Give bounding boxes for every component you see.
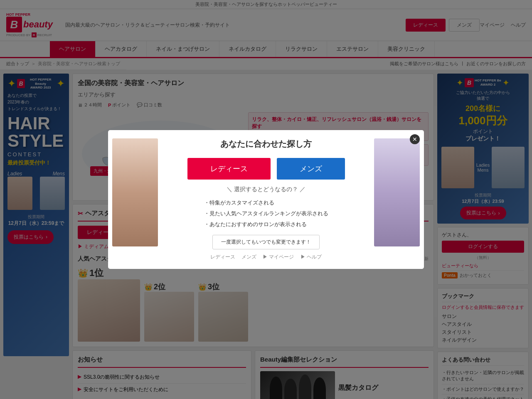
- modal-man-bg: [374, 138, 420, 246]
- modal-footer-help[interactable]: ▶ ヘルプ: [300, 254, 322, 261]
- woman-silhouette: [112, 138, 158, 246]
- modal-content: あなたに合わせた探し方 レディース メンズ ＼ 選択するとどうなるの？ ／ ・特…: [162, 138, 370, 261]
- modal-footer-links: レディース メンズ ▶ マイページ ▶ ヘルプ: [210, 254, 322, 261]
- modal-gender-buttons: レディース メンズ: [187, 158, 345, 180]
- modal-footer-mens[interactable]: メンズ: [241, 254, 256, 261]
- modal-footer-ladies[interactable]: レディース: [210, 254, 235, 261]
- modal-close-button[interactable]: ✕: [410, 134, 420, 144]
- benefit-2: ・見たい人気ヘアスタイルランキングが表示される: [204, 208, 328, 219]
- modal-footer-mypage[interactable]: ▶ マイページ: [263, 254, 294, 261]
- modal-woman-bg: [112, 138, 158, 246]
- modal-mens-button[interactable]: メンズ: [277, 158, 345, 180]
- benefit-3: ・あなたにおすすめのサロンが表示される: [204, 219, 328, 230]
- modal-dialog: ✕ あなたに合わせた探し方 レディース メンズ ＼ 選択するとどうなるの？ ／ …: [108, 130, 424, 269]
- modal-title: あなたに合わせた探し方: [220, 138, 312, 150]
- modal-ladies-button[interactable]: レディース: [187, 158, 271, 180]
- modal-question: ＼ 選択するとどうなるの？ ／: [227, 186, 305, 193]
- modal-benefits: ・特集がカスタマイズされる ・見たい人気ヘアスタイルランキングが表示される ・あ…: [204, 197, 328, 230]
- modal-overlay[interactable]: ✕ あなたに合わせた探し方 レディース メンズ ＼ 選択するとどうなるの？ ／ …: [0, 0, 532, 399]
- benefit-1: ・特集がカスタマイズされる: [204, 197, 328, 208]
- man-silhouette: [374, 138, 420, 246]
- change-anytime-button[interactable]: 一度選択してもいつでも変更できます！: [212, 235, 320, 249]
